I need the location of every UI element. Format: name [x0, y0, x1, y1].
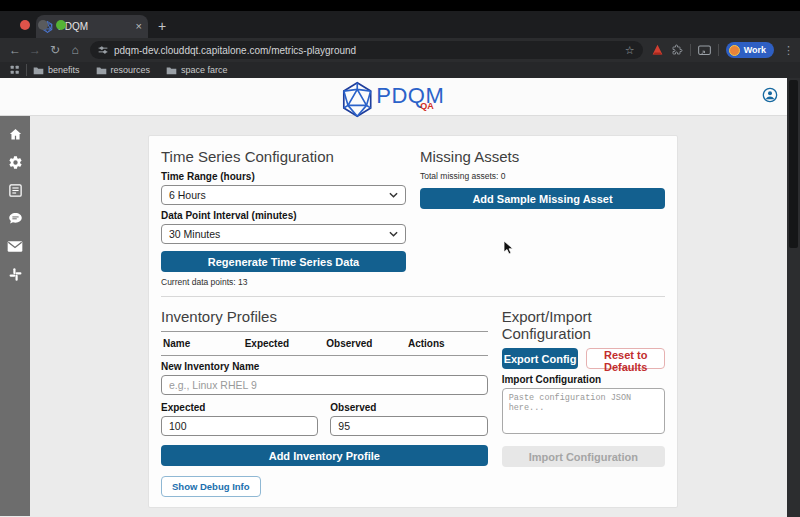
col-name: Name [161, 332, 243, 356]
slack-icon [8, 267, 23, 282]
forward-icon[interactable]: → [26, 43, 44, 57]
mail-icon [7, 240, 23, 253]
red-extension-icon[interactable] [651, 44, 664, 57]
browser-toolbar: ← → ↻ ⌂ pdqm-dev.clouddqt.capitalone.com… [0, 38, 800, 62]
app-header: PDQM QA [0, 78, 800, 116]
sidebar-item-mail[interactable] [0, 232, 30, 260]
toolbar-divider [690, 44, 691, 56]
sidebar-item-settings[interactable] [0, 148, 30, 176]
sidebar-item-chat[interactable] [0, 204, 30, 232]
tab-title: PDQM [58, 21, 131, 32]
bookmark-star-icon[interactable]: ☆ [625, 44, 635, 57]
close-window-button[interactable] [20, 20, 30, 30]
toolbar-divider-2 [718, 44, 719, 56]
current-points-text: Current data points: 13 [161, 277, 406, 287]
bookmark-folder-resources[interactable]: resources [96, 65, 151, 75]
observed-input[interactable] [330, 416, 487, 436]
folder-icon [166, 66, 177, 75]
browser-menu-icon[interactable]: ⋮ [783, 44, 794, 57]
profile-button[interactable]: Work [726, 42, 774, 58]
regenerate-button[interactable]: Regenerate Time Series Data [161, 251, 406, 272]
col-expected: Expected [243, 332, 325, 356]
zoom-window-button[interactable] [56, 20, 66, 30]
export-import-panel: Export/Import Configuration Export Confi… [502, 304, 665, 497]
profile-avatar [729, 45, 740, 56]
back-icon[interactable]: ← [6, 43, 24, 57]
folder-icon [33, 66, 44, 75]
interval-label: Data Point Interval (minutes) [161, 210, 406, 221]
chevron-down-icon [389, 231, 398, 237]
import-config-textarea[interactable] [502, 388, 665, 434]
extensions-area: Work ⋮ [651, 42, 794, 58]
missing-assets-panel: Missing Assets Total missing assets: 0 A… [420, 144, 665, 287]
new-tab-button[interactable]: + [158, 18, 166, 34]
bookmarks-bar: benefits resources space farce [0, 62, 800, 78]
logo-qa-badge: QA [420, 101, 434, 111]
home-nav-icon[interactable]: ⌂ [66, 43, 84, 57]
window-top-bar [0, 0, 800, 11]
tab-strip: PDQM × + [0, 11, 800, 38]
pdqm-logo-icon [340, 81, 374, 118]
chat-icon [8, 211, 23, 226]
show-debug-info-button[interactable]: Show Debug Info [161, 476, 261, 497]
bookmark-folder-benefits[interactable]: benefits [33, 65, 80, 75]
close-tab-icon[interactable]: × [136, 21, 142, 32]
missing-assets-title: Missing Assets [420, 148, 665, 165]
sidebar-item-logs[interactable] [0, 176, 30, 204]
interval-select[interactable]: 30 Minutes [161, 224, 406, 244]
add-inventory-profile-button[interactable]: Add Inventory Profile [161, 445, 488, 466]
folder-icon [96, 66, 107, 75]
observed-field: Observed [330, 397, 487, 436]
observed-label: Observed [330, 402, 487, 413]
home-icon [8, 127, 23, 142]
reset-defaults-button[interactable]: Reset to Defaults [586, 348, 665, 369]
export-config-button[interactable]: Export Config [502, 348, 579, 369]
time-range-label: Time Range (hours) [161, 171, 406, 182]
expected-input[interactable] [161, 416, 318, 436]
add-missing-asset-button[interactable]: Add Sample Missing Asset [420, 188, 665, 209]
table-header-row: Name Expected Observed Actions [161, 332, 488, 356]
url-bar[interactable]: pdqm-dev.clouddqt.capitalone.com/metrics… [90, 41, 643, 59]
window-controls [20, 20, 66, 30]
chevron-down-icon [389, 192, 398, 198]
bookmarks-divider [26, 64, 27, 76]
export-import-title: Export/Import Configuration [502, 308, 665, 342]
screen: PDQM × + ← → ↻ ⌂ pdqm-dev.clouddqt.capit… [0, 0, 800, 517]
cast-icon[interactable] [698, 45, 711, 56]
time-series-title: Time Series Configuration [161, 148, 406, 165]
import-configuration-label: Import Configuration [502, 374, 665, 385]
mouse-cursor [503, 240, 515, 256]
list-icon [8, 183, 23, 198]
url-text[interactable]: pdqm-dev.clouddqt.capitalone.com/metrics… [114, 45, 619, 56]
account-icon[interactable] [762, 87, 778, 103]
bookmark-folder-space-farce[interactable]: space farce [166, 65, 228, 75]
extensions-puzzle-icon[interactable] [671, 44, 683, 56]
inventory-table: Name Expected Observed Actions [161, 331, 488, 356]
new-inventory-name-label: New Inventory Name [161, 361, 488, 372]
new-inventory-name-input[interactable] [161, 375, 488, 395]
inventory-title: Inventory Profiles [161, 308, 488, 325]
reload-icon[interactable]: ↻ [46, 43, 64, 57]
missing-assets-total: Total missing assets: 0 [420, 171, 665, 181]
time-range-select[interactable]: 6 Hours [161, 185, 406, 205]
page-scrollbar[interactable] [787, 78, 800, 517]
expected-field: Expected [161, 397, 318, 436]
site-settings-icon[interactable] [98, 45, 108, 55]
expected-label: Expected [161, 402, 318, 413]
app-logo: PDQM QA [340, 81, 460, 118]
app-sidebar [0, 116, 30, 516]
sidebar-item-home[interactable] [0, 120, 30, 148]
col-observed: Observed [324, 332, 406, 356]
minimize-window-button[interactable] [38, 20, 48, 30]
gear-icon [8, 155, 23, 170]
import-configuration-button[interactable]: Import Configuration [502, 446, 665, 467]
sidebar-item-slack[interactable] [0, 260, 30, 288]
apps-grid-icon[interactable] [10, 65, 20, 75]
scrollbar-thumb[interactable] [789, 80, 798, 248]
section-divider [161, 296, 665, 297]
time-series-panel: Time Series Configuration Time Range (ho… [161, 144, 406, 287]
profile-label: Work [744, 45, 766, 55]
web-page: PDQM QA [0, 78, 800, 517]
col-actions: Actions [406, 332, 488, 356]
inventory-panel: Inventory Profiles Name Expected Observe… [161, 304, 488, 497]
